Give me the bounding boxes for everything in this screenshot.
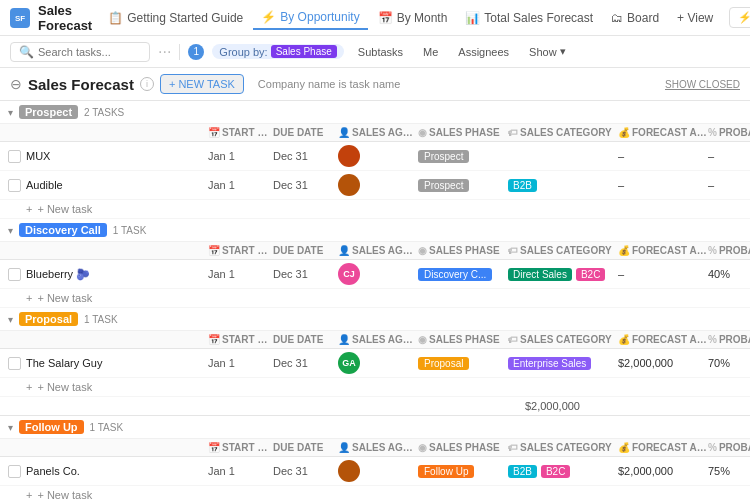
add-task-row-prospect[interactable]: + + New task [0,200,750,219]
phase-badge: Discovery C... [418,268,492,281]
top-right-actions: ⚡ Automate ▾ ↗ Share [729,7,750,28]
show-closed-button[interactable]: SHOW CLOSED [665,79,740,90]
task-due-date: Dec 31 [273,268,338,280]
task-row: The Salary Guy Jan 1 Dec 31 GA Proposal … [0,349,750,378]
search-box[interactable]: 🔍 [10,42,150,62]
automate-button[interactable]: ⚡ Automate ▾ [729,7,750,28]
add-task-label: + New task [37,381,92,393]
col-probability: %PROBABILITY [708,245,750,256]
add-task-plus-icon: + [26,381,32,393]
add-task-row-followup[interactable]: + + New task [0,486,750,500]
task-agent [338,145,418,167]
assignees-button[interactable]: Assignees [452,44,515,60]
add-task-row-discovery[interactable]: + + New task [0,289,750,308]
task-phase[interactable]: Proposal [418,357,508,369]
search-icon: 🔍 [19,45,34,59]
phase-badge: Prospect [418,150,469,163]
col-due-date: DUE DATE [273,334,338,345]
nav-by-month[interactable]: 📅 By Month [370,7,456,29]
col-forecast-amount: 💰FORECAST AMOUNT [618,334,708,345]
col-sales-agent: 👤SALES AGENT [338,334,418,345]
task-phase[interactable]: Follow Up [418,465,508,477]
svg-text:SF: SF [15,14,25,23]
nav-board[interactable]: 🗂 Board [603,7,667,29]
task-name-cell: The Salary Guy [8,357,208,370]
col-sales-category: 🏷SALES CATEGORY [508,127,618,138]
nav-view[interactable]: + View [669,7,721,29]
new-task-button[interactable]: + NEW TASK [160,74,244,94]
task-name[interactable]: MUX [26,150,50,162]
task-phase[interactable]: Prospect [418,179,508,191]
task-phase[interactable]: Prospect [418,150,508,162]
nav-by-opportunity[interactable]: ⚡ By Opportunity [253,6,367,30]
task-name[interactable]: The Salary Guy [26,357,102,369]
col-forecast-amount: 💰FORECAST AMOUNT [618,442,708,453]
task-categories: B2BB2C [508,465,618,478]
nav-total-sales[interactable]: 📊 Total Sales Forecast [457,7,601,29]
more-options-icon[interactable]: ··· [158,43,171,61]
col-sales-category: 🏷SALES CATEGORY [508,245,618,256]
section-label-prospect: Prospect [19,105,78,119]
avatar [338,145,360,167]
task-name-cell: Audible [8,179,208,192]
phase-badge: Prospect [418,179,469,192]
task-due-date: Dec 31 [273,465,338,477]
col-sales-phase: ◉SALES PHASE [418,245,508,256]
task-phase[interactable]: Discovery C... [418,268,508,280]
section-total-proposal: $2,000,000 [0,397,750,416]
task-count-prospect: 2 TASKS [84,107,124,118]
task-count-followup: 1 TASK [90,422,124,433]
col-due-date: DUE DATE [273,127,338,138]
top-nav: 📋 Getting Started Guide ⚡ By Opportunity… [100,6,721,30]
task-agent: CJ [338,263,418,285]
category-badge: Direct Sales [508,268,572,281]
task-categories: Direct SalesB2C [508,268,618,281]
task-name[interactable]: Panels Co. [26,465,80,477]
task-count-proposal: 1 TASK [84,314,118,325]
add-task-plus-icon: + [26,489,32,500]
col-sales-agent: 👤SALES AGENT [338,127,418,138]
search-input[interactable] [38,46,141,58]
company-note: Company name is task name [258,78,400,90]
app-icon: SF [10,8,30,28]
task-start-date: Jan 1 [208,357,273,369]
task-due-date: Dec 31 [273,150,338,162]
task-checkbox[interactable] [8,357,21,370]
category-badge: B2B [508,465,537,478]
subtasks-button[interactable]: Subtasks [352,44,409,60]
task-start-date: Jan 1 [208,465,273,477]
add-task-plus-icon: + [26,292,32,304]
task-checkbox[interactable] [8,150,21,163]
sales-phase-filter: Sales Phase [271,45,337,58]
col-probability: %PROBABILITY [708,442,750,453]
col-start-date: 📅START DATE [208,127,273,138]
task-agent [338,174,418,196]
phase-badge: Follow Up [418,465,474,478]
col-headers-row: 📅START DATE DUE DATE 👤SALES AGENT ◉SALES… [0,242,750,260]
task-checkbox[interactable] [8,179,21,192]
task-forecast-amount: – [618,150,708,162]
section-chevron-prospect[interactable]: ▾ [8,107,13,118]
col-headers-row: 📅START DATE DUE DATE 👤SALES AGENT ◉SALES… [0,439,750,457]
add-task-plus-icon: + [26,203,32,215]
add-task-row-proposal[interactable]: + + New task [0,378,750,397]
section-chevron-followup[interactable]: ▾ [8,422,13,433]
task-count-discovery: 1 TASK [113,225,147,236]
info-icon[interactable]: i [140,77,154,91]
task-checkbox[interactable] [8,465,21,478]
task-forecast-amount: $2,000,000 [618,465,708,477]
col-headers-row: 📅START DATE DUE DATE 👤SALES AGENT ◉SALES… [0,124,750,142]
collapse-all-icon[interactable]: ⊖ [10,76,22,92]
col-headers-row: 📅START DATE DUE DATE 👤SALES AGENT ◉SALES… [0,331,750,349]
show-button[interactable]: Show ▾ [523,43,572,60]
task-agent [338,460,418,482]
task-name[interactable]: Audible [26,179,63,191]
nav-getting-started[interactable]: 📋 Getting Started Guide [100,7,251,29]
task-name[interactable]: Blueberry 🫐 [26,268,90,281]
category-badge: B2C [541,465,570,478]
section-chevron-discovery[interactable]: ▾ [8,225,13,236]
task-checkbox[interactable] [8,268,21,281]
section-chevron-proposal[interactable]: ▾ [8,314,13,325]
group-by-pill[interactable]: Group by: Sales Phase [212,44,343,59]
me-button[interactable]: Me [417,44,444,60]
